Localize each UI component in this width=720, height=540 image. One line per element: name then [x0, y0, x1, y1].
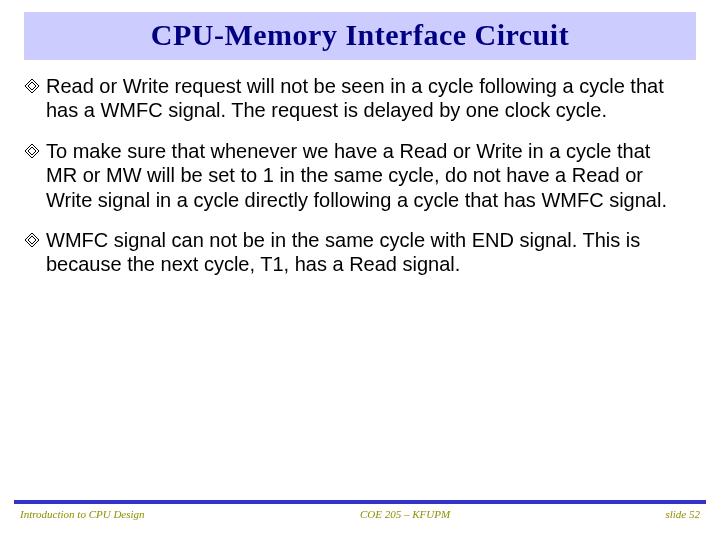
svg-marker-0 — [25, 79, 39, 93]
svg-marker-3 — [28, 147, 36, 155]
svg-marker-1 — [28, 82, 36, 90]
bullet-item: To make sure that whenever we have a Rea… — [42, 139, 678, 212]
bullet-item: WMFC signal can not be in the same cycle… — [42, 228, 678, 277]
slide-title-bar: CPU-Memory Interface Circuit — [24, 12, 696, 60]
bullet-item: Read or Write request will not be seen i… — [42, 74, 678, 123]
bullet-text: To make sure that whenever we have a Rea… — [46, 139, 678, 212]
diamond-bullet-icon — [24, 232, 40, 248]
slide-footer: Introduction to CPU Design COE 205 – KFU… — [0, 500, 720, 528]
slide-body: Read or Write request will not be seen i… — [0, 70, 720, 277]
svg-marker-2 — [25, 144, 39, 158]
diamond-bullet-icon — [24, 78, 40, 94]
bullet-text: WMFC signal can not be in the same cycle… — [46, 228, 678, 277]
footer-divider — [14, 500, 706, 504]
diamond-bullet-icon — [24, 143, 40, 159]
slide-title: CPU-Memory Interface Circuit — [34, 18, 686, 52]
svg-marker-4 — [25, 233, 39, 247]
svg-marker-5 — [28, 236, 36, 244]
footer-right: slide 52 — [665, 508, 700, 520]
footer-row: Introduction to CPU Design COE 205 – KFU… — [20, 508, 700, 520]
footer-center: COE 205 – KFUPM — [360, 508, 450, 520]
bullet-text: Read or Write request will not be seen i… — [46, 74, 678, 123]
footer-left: Introduction to CPU Design — [20, 508, 145, 520]
